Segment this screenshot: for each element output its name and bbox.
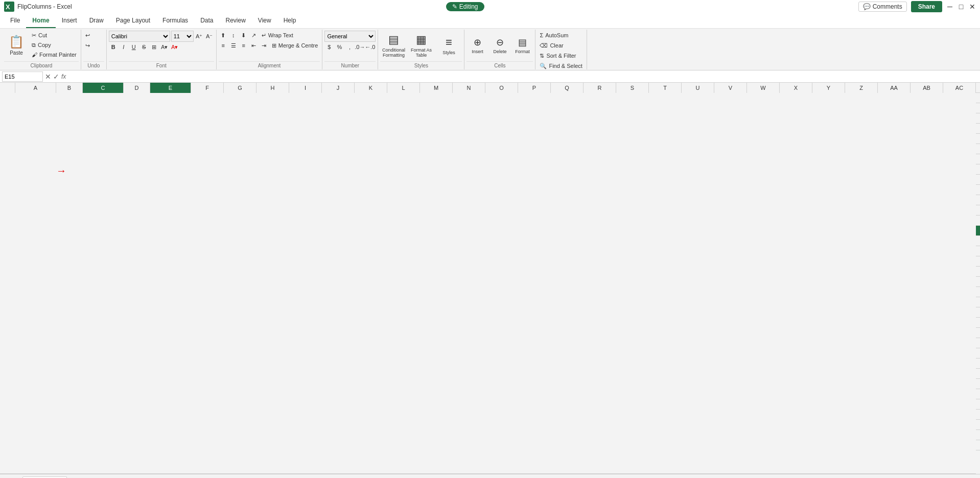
insert-cells-button[interactable]: ⊕ Insert <box>466 31 488 60</box>
copy-button[interactable]: ⧉ Copy <box>30 40 79 50</box>
fill-color-button[interactable]: A▾ <box>160 43 169 51</box>
tab-formulas[interactable]: Formulas <box>156 13 194 28</box>
row-header-1[interactable]: 1 <box>976 83 980 93</box>
tab-help[interactable]: Help <box>277 13 302 28</box>
tab-review[interactable]: Review <box>219 13 251 28</box>
font-name-select[interactable]: Calibri <box>109 31 170 42</box>
font-color-button[interactable]: A▾ <box>170 43 179 51</box>
tab-draw[interactable]: Draw <box>83 13 110 28</box>
align-top-button[interactable]: ⬆ <box>219 31 228 39</box>
cell-styles-button[interactable]: ≡ Styles <box>435 31 462 60</box>
autosum-button[interactable]: Σ AutoSum <box>538 31 584 40</box>
cut-button[interactable]: ✂ Cut <box>30 31 79 40</box>
increase-decimal-button[interactable]: .0→ <box>355 43 364 51</box>
increase-font-button[interactable]: A⁺ <box>195 32 204 40</box>
row-header-7[interactable]: 7 <box>976 144 980 154</box>
wrap-text-button[interactable]: ↵ Wrap Text <box>260 31 295 40</box>
conditional-formatting-button[interactable]: ▤ Conditional Formatting <box>380 31 407 60</box>
format-painter-button[interactable]: 🖌 Format Painter <box>30 50 79 59</box>
strikethrough-button[interactable]: S <box>139 43 149 51</box>
increase-indent-button[interactable]: ⇥ <box>260 41 269 50</box>
comments-button[interactable]: 💬 Comments <box>858 2 907 12</box>
row-header-29[interactable]: 29 <box>976 369 980 379</box>
bold-button[interactable]: B <box>109 43 118 51</box>
underline-button[interactable]: U <box>129 43 138 51</box>
row-header-31[interactable]: 31 <box>976 389 980 399</box>
row-header-36[interactable]: 36 <box>976 440 980 450</box>
row-header-32[interactable]: 32 <box>976 399 980 410</box>
align-middle-button[interactable]: ↕ <box>229 31 238 39</box>
col-header-ac[interactable]: AC <box>943 83 976 93</box>
col-header-a[interactable]: A <box>15 83 56 93</box>
col-header-m[interactable]: M <box>420 83 453 93</box>
share-button[interactable]: Share <box>911 1 942 12</box>
row-header-8[interactable]: 8 <box>976 154 980 164</box>
close-button[interactable]: ✕ <box>969 3 976 10</box>
row-header-24[interactable]: 24 <box>976 318 980 328</box>
angle-text-button[interactable]: ↗ <box>249 31 259 39</box>
format-cells-button[interactable]: ▤ Format <box>511 31 533 60</box>
col-header-l[interactable]: L <box>387 83 420 93</box>
align-bottom-button[interactable]: ⬇ <box>239 31 248 39</box>
row-header-33[interactable]: 33 <box>976 410 980 420</box>
row-header-11[interactable]: 11 <box>976 185 980 195</box>
row-header-35[interactable]: 35 <box>976 430 980 440</box>
maximize-button[interactable]: □ <box>958 3 965 10</box>
row-header-30[interactable]: 30 <box>976 379 980 389</box>
currency-button[interactable]: $ <box>324 43 334 51</box>
col-header-n[interactable]: N <box>453 83 485 93</box>
col-header-y[interactable]: Y <box>812 83 845 93</box>
col-header-p[interactable]: P <box>518 83 551 93</box>
row-header-28[interactable]: 28 <box>976 358 980 369</box>
insert-function-icon[interactable]: fx <box>61 73 66 80</box>
sort-filter-button[interactable]: ⇅ Sort & Filter <box>538 51 584 60</box>
col-header-q[interactable]: Q <box>551 83 584 93</box>
formula-input[interactable] <box>68 73 978 80</box>
col-header-z[interactable]: Z <box>845 83 878 93</box>
col-header-j[interactable]: J <box>322 83 355 93</box>
paste-button[interactable]: 📋 Paste <box>4 31 29 59</box>
col-header-i[interactable]: I <box>289 83 322 93</box>
decrease-font-button[interactable]: A⁻ <box>205 32 214 40</box>
row-header-25[interactable]: 25 <box>976 328 980 338</box>
tab-view[interactable]: View <box>252 13 277 28</box>
add-sheet-button[interactable]: + <box>69 476 79 479</box>
decrease-indent-button[interactable]: ⇤ <box>249 41 259 50</box>
minimize-button[interactable]: ─ <box>946 3 953 10</box>
tab-page-layout[interactable]: Page Layout <box>110 13 156 28</box>
col-header-r[interactable]: R <box>584 83 616 93</box>
font-size-select[interactable]: 11 <box>171 31 194 42</box>
col-header-u[interactable]: U <box>682 83 714 93</box>
row-header-26[interactable]: 26 <box>976 338 980 348</box>
col-header-k[interactable]: K <box>355 83 387 93</box>
tab-data[interactable]: Data <box>194 13 219 28</box>
col-header-c[interactable]: C <box>83 83 124 93</box>
align-right-button[interactable]: ≡ <box>239 41 248 50</box>
col-header-f[interactable]: F <box>191 83 224 93</box>
col-header-w[interactable]: W <box>747 83 780 93</box>
row-header-4[interactable]: 4 <box>976 113 980 124</box>
row-header-23[interactable]: 23 <box>976 307 980 318</box>
comma-style-button[interactable]: , <box>345 43 354 51</box>
col-header-d[interactable]: D <box>124 83 150 93</box>
name-box[interactable] <box>2 71 43 82</box>
row-header-14[interactable]: 14 <box>976 216 980 226</box>
row-header-5[interactable]: 5 <box>976 124 980 134</box>
border-button[interactable]: ⊞ <box>150 43 159 51</box>
row-header-17[interactable]: 17 <box>976 246 980 256</box>
row-header-12[interactable]: 12 <box>976 195 980 205</box>
row-header-22[interactable]: 22 <box>976 297 980 307</box>
number-format-select[interactable]: General <box>324 31 376 42</box>
percent-button[interactable]: % <box>335 43 344 51</box>
redo-button[interactable]: ↪ <box>83 41 92 50</box>
tab-insert[interactable]: Insert <box>56 13 83 28</box>
cancel-formula-icon[interactable]: ✕ <box>45 73 51 81</box>
row-header-18[interactable]: 18 <box>976 256 980 267</box>
decrease-decimal-button[interactable]: ←.0 <box>365 43 375 51</box>
col-header-aa[interactable]: AA <box>878 83 911 93</box>
merge-center-button[interactable]: ⊞ Merge & Centre <box>270 41 320 50</box>
format-as-table-button[interactable]: ▦ Format As Table <box>408 31 434 60</box>
italic-button[interactable]: I <box>119 43 128 51</box>
confirm-formula-icon[interactable]: ✓ <box>53 73 59 81</box>
find-select-button[interactable]: 🔍 Find & Select <box>538 61 584 70</box>
